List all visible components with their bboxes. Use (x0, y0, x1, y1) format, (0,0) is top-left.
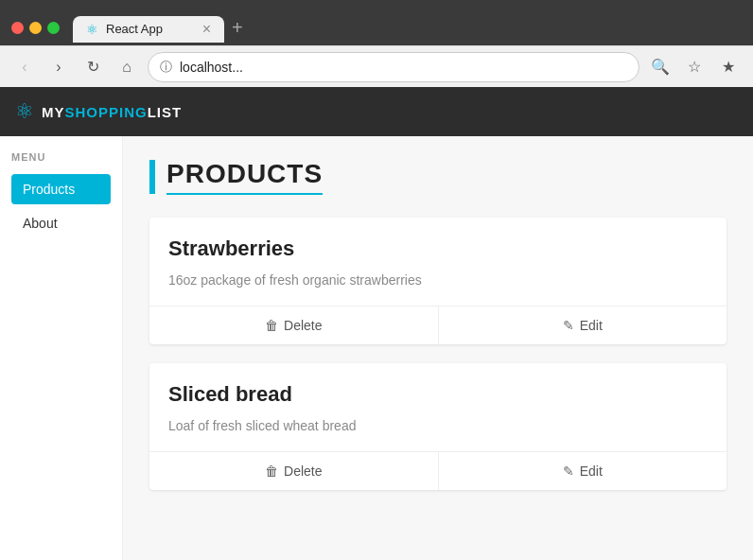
info-icon: ⓘ (160, 59, 172, 76)
app-title: MYSHOPPINGLIST (42, 104, 182, 120)
product-card-bread: Sliced bread Loaf of fresh sliced wheat … (149, 363, 727, 490)
browser-chrome: ⚛ React App × + ‹ › ↻ ⌂ ⓘ localhost... 🔍… (0, 0, 753, 87)
app-container: ⚛ MYSHOPPINGLIST MENU Products About PRO… (0, 87, 753, 560)
search-button[interactable]: 🔍 (647, 54, 674, 80)
product-card-body-2: Sliced bread Loaf of fresh sliced wheat … (149, 363, 727, 451)
product-name-1: Strawberries (168, 236, 708, 261)
bookmark-button[interactable]: ☆ (681, 54, 708, 80)
title-bar: ⚛ React App × + (0, 0, 753, 45)
main-content: PRODUCTS Strawberries 16oz package of fr… (123, 136, 753, 560)
edit-label-2: Edit (580, 464, 603, 479)
product-card-actions-1: 🗑 Delete ✎ Edit (149, 306, 727, 344)
trash-icon: 🗑 (265, 318, 278, 333)
app-logo: ⚛ MYSHOPPINGLIST (15, 99, 182, 124)
react-tab-icon: ⚛ (86, 22, 98, 37)
page-header-accent-bar (149, 160, 155, 194)
main-layout: MENU Products About PRODUCTS Strawberrie… (0, 136, 753, 560)
product-card-strawberries: Strawberries 16oz package of fresh organ… (149, 218, 727, 344)
sidebar-menu-label: MENU (11, 151, 111, 163)
reading-list-button[interactable]: ★ (715, 54, 742, 80)
product-name-2: Sliced bread (168, 382, 708, 407)
react-logo-icon: ⚛ (15, 99, 34, 124)
maximize-button[interactable] (47, 22, 60, 34)
delete-button-2[interactable]: 🗑 Delete (149, 452, 438, 490)
new-tab-button[interactable]: + (224, 13, 251, 43)
nav-bar: ‹ › ↻ ⌂ ⓘ localhost... 🔍 ☆ ★ (0, 45, 753, 87)
tab-title: React App (106, 22, 163, 36)
sidebar-item-about[interactable]: About (11, 208, 111, 238)
home-button[interactable]: ⌂ (114, 54, 140, 80)
back-button[interactable]: ‹ (11, 54, 38, 80)
minimize-button[interactable] (29, 22, 42, 34)
tab-bar: ⚛ React App × + (73, 13, 742, 43)
close-button[interactable] (11, 22, 24, 34)
app-header: ⚛ MYSHOPPINGLIST (0, 87, 753, 136)
sidebar-item-products[interactable]: Products (11, 174, 111, 204)
sidebar: MENU Products About (0, 136, 123, 560)
edit-button-2[interactable]: ✎ Edit (438, 452, 727, 490)
product-card-actions-2: 🗑 Delete ✎ Edit (149, 451, 727, 490)
edit-button-1[interactable]: ✎ Edit (438, 306, 727, 344)
address-text: localhost... (180, 60, 627, 75)
delete-label-1: Delete (284, 318, 322, 333)
title-shopping: SHOPPING (65, 104, 148, 120)
window-controls (11, 22, 60, 34)
product-card-body-1: Strawberries 16oz package of fresh organ… (149, 218, 727, 306)
delete-button-1[interactable]: 🗑 Delete (149, 306, 438, 344)
nav-actions: 🔍 ☆ ★ (647, 54, 742, 80)
edit-icon-2: ✎ (563, 464, 574, 479)
page-title: PRODUCTS (166, 159, 323, 195)
edit-label-1: Edit (580, 318, 603, 333)
edit-icon: ✎ (563, 318, 574, 333)
refresh-button[interactable]: ↻ (79, 54, 106, 80)
delete-label-2: Delete (284, 464, 322, 479)
title-list: LIST (148, 104, 183, 120)
title-my: MY (42, 104, 65, 120)
address-bar[interactable]: ⓘ localhost... (148, 52, 639, 82)
page-header: PRODUCTS (149, 159, 727, 195)
forward-button[interactable]: › (45, 54, 72, 80)
tab-close-button[interactable]: × (202, 22, 211, 37)
product-desc-1: 16oz package of fresh organic strawberri… (168, 271, 708, 290)
active-tab[interactable]: ⚛ React App × (73, 16, 224, 43)
trash-icon-2: 🗑 (265, 464, 278, 479)
product-desc-2: Loaf of fresh sliced wheat bread (168, 416, 708, 436)
